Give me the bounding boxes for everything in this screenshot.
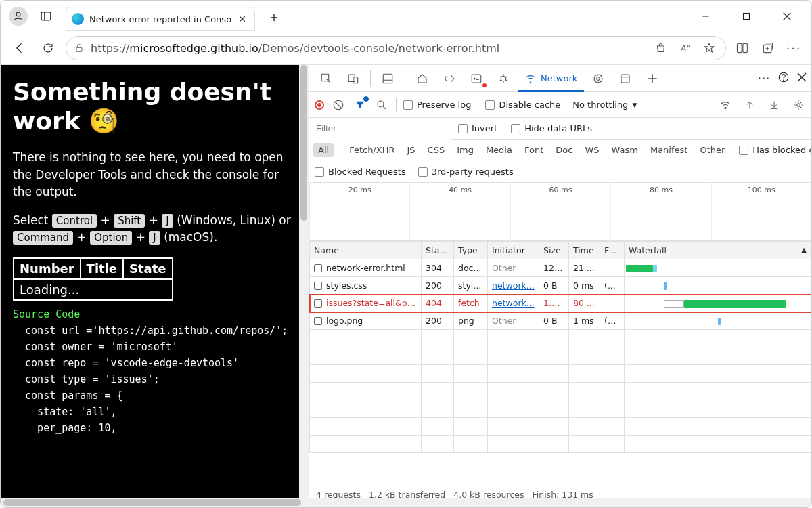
kbd-command: Command xyxy=(13,231,73,245)
page-scrollbar-vertical[interactable] xyxy=(299,65,309,503)
tab-sources[interactable] xyxy=(491,66,516,91)
svg-point-25 xyxy=(797,103,800,106)
third-party-checkbox[interactable]: 3rd-party requests xyxy=(418,167,514,177)
results-table: NumberTitleState Loading... xyxy=(13,257,173,301)
tab-network[interactable]: Network xyxy=(518,66,584,91)
scrollbar-thumb[interactable] xyxy=(300,65,307,221)
device-toolbar-button[interactable] xyxy=(340,66,366,91)
tab-application[interactable] xyxy=(612,66,638,91)
svg-point-24 xyxy=(725,107,726,108)
tab-actions-button[interactable] xyxy=(35,5,58,28)
type-chip[interactable]: Other xyxy=(695,143,729,157)
app-icon xyxy=(619,72,631,85)
timeline-tick: 80 ms xyxy=(610,183,710,241)
has-blocked-cookies-checkbox[interactable]: Has blocked cookies xyxy=(732,145,812,155)
type-chip[interactable]: Doc xyxy=(551,143,577,157)
checkbox-icon xyxy=(511,124,520,133)
tab-elements[interactable] xyxy=(436,66,462,91)
page-intro: There is nothing to see here, you need t… xyxy=(13,149,296,201)
new-tab-button[interactable] xyxy=(263,7,285,28)
type-chip[interactable]: Wasm xyxy=(607,143,643,157)
close-icon xyxy=(782,12,792,21)
type-chip-all[interactable]: All xyxy=(313,143,334,157)
network-conditions-button[interactable] xyxy=(718,98,733,112)
inspect-element-button[interactable] xyxy=(313,66,339,91)
filter-toggle-button[interactable] xyxy=(353,98,367,112)
scrollbar-thumb[interactable] xyxy=(3,499,301,506)
devtools-close-button[interactable] xyxy=(796,72,807,85)
site-info-button[interactable] xyxy=(73,43,85,54)
table-row[interactable]: styles.css 200styl...network... 0 B0 ms(… xyxy=(310,277,811,295)
table-row[interactable]: network-error.html 304doc...Other 121 B2… xyxy=(310,259,811,277)
import-har-button[interactable] xyxy=(742,98,757,112)
type-chip[interactable]: Img xyxy=(452,143,478,157)
type-chip[interactable]: WS xyxy=(580,143,604,157)
tab-welcome[interactable] xyxy=(409,66,435,91)
col-fulfilled[interactable]: Fu... xyxy=(600,242,625,259)
split-screen-button[interactable] xyxy=(733,39,752,58)
read-aloud-button[interactable]: A» xyxy=(675,39,694,58)
network-settings-button[interactable] xyxy=(791,98,806,112)
dots-icon: ··· xyxy=(759,73,771,83)
collections-button[interactable] xyxy=(759,39,777,58)
table-row[interactable]: logo.png 200pngOther 0 B1 ms(d... xyxy=(310,312,811,330)
hide-data-urls-checkbox[interactable]: Hide data URLs xyxy=(504,123,599,133)
shopping-button[interactable] xyxy=(651,39,670,58)
code-icon xyxy=(443,72,455,85)
checkbox-icon xyxy=(418,167,428,177)
home-icon xyxy=(416,72,428,85)
bug-icon xyxy=(497,72,510,85)
refresh-button[interactable] xyxy=(37,37,59,59)
invert-checkbox[interactable]: Invert xyxy=(451,123,504,133)
browser-tab[interactable]: Network error reported in Conso xyxy=(66,7,255,31)
back-button[interactable] xyxy=(9,37,30,59)
star-icon xyxy=(703,42,715,54)
timeline-overview[interactable]: 20 ms 40 ms 60 ms 80 ms 100 ms xyxy=(309,183,811,241)
close-window-button[interactable] xyxy=(773,6,800,26)
plus-icon xyxy=(269,13,279,22)
col-waterfall[interactable]: Waterfall▲ xyxy=(625,242,811,259)
profile-avatar[interactable] xyxy=(9,7,28,26)
record-button[interactable] xyxy=(315,100,324,110)
devtools-more-button[interactable]: ··· xyxy=(759,73,771,83)
col-initiator[interactable]: Initiator xyxy=(488,242,539,259)
resource-type-filter: All Fetch/XHR JS CSS Img Media Font Doc … xyxy=(309,140,811,161)
disable-cache-checkbox[interactable]: Disable cache xyxy=(485,100,560,110)
tab-close-button[interactable] xyxy=(237,14,248,24)
type-chip[interactable]: Media xyxy=(481,143,517,157)
window-scrollbar-horizontal[interactable] xyxy=(1,498,811,507)
shortcut-instructions: Select Control + Shift + J (Windows, Lin… xyxy=(13,212,296,247)
svg-rect-18 xyxy=(621,75,629,83)
type-chip[interactable]: Fetch/XHR xyxy=(344,143,399,157)
search-button[interactable] xyxy=(374,98,389,112)
menu-button[interactable]: ··· xyxy=(784,39,803,58)
type-chip[interactable]: JS xyxy=(402,143,420,157)
more-tabs-button[interactable] xyxy=(639,66,665,91)
export-har-button[interactable] xyxy=(767,98,782,112)
tab-performance[interactable] xyxy=(585,66,611,91)
minimize-button[interactable] xyxy=(692,6,719,26)
type-chip[interactable]: Font xyxy=(520,143,548,157)
col-name[interactable]: Name xyxy=(310,242,422,259)
type-chip[interactable]: Manifest xyxy=(646,143,692,157)
col-size[interactable]: Size xyxy=(539,242,569,259)
col-time[interactable]: Time xyxy=(569,242,600,259)
devtools-help-button[interactable] xyxy=(777,71,790,85)
file-icon xyxy=(314,282,322,290)
col-type[interactable]: Type xyxy=(454,242,488,259)
tab-console[interactable] xyxy=(464,66,489,91)
dock-button[interactable] xyxy=(375,66,401,91)
maximize-button[interactable] xyxy=(733,6,760,26)
clear-button[interactable] xyxy=(331,98,346,112)
type-chip[interactable]: CSS xyxy=(423,143,450,157)
panel-icon xyxy=(40,10,52,22)
col-status[interactable]: Stat... xyxy=(422,242,454,259)
throttling-select[interactable]: No throttling▼ xyxy=(567,98,642,112)
address-bar[interactable]: https://microsoftedge.github.io/Demos/de… xyxy=(66,36,726,60)
table-row[interactable]: issues?state=all&p... 404fetchnetwork...… xyxy=(310,295,811,312)
blocked-requests-checkbox[interactable]: Blocked Requests xyxy=(315,167,406,177)
favorite-button[interactable] xyxy=(700,39,719,58)
file-icon xyxy=(314,317,322,325)
filter-input[interactable] xyxy=(309,118,451,140)
preserve-log-checkbox[interactable]: Preserve log xyxy=(403,100,471,110)
